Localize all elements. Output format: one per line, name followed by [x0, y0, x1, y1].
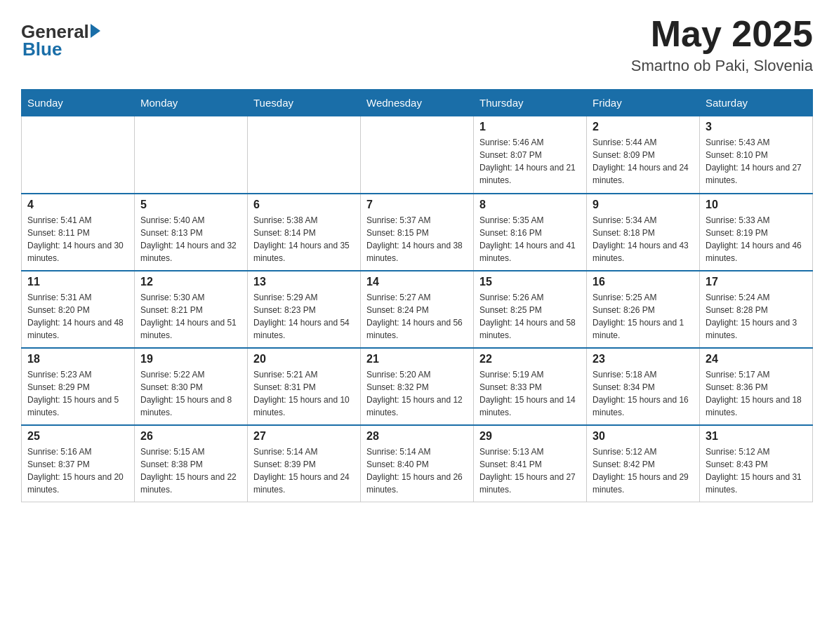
calendar-cell: 20Sunrise: 5:21 AM Sunset: 8:31 PM Dayli…	[248, 348, 361, 425]
day-info: Sunrise: 5:26 AM Sunset: 8:25 PM Dayligh…	[479, 291, 581, 342]
calendar-cell: 7Sunrise: 5:37 AM Sunset: 8:15 PM Daylig…	[361, 194, 474, 271]
calendar-cell: 6Sunrise: 5:38 AM Sunset: 8:14 PM Daylig…	[248, 194, 361, 271]
column-header-sunday: Sunday	[22, 90, 135, 116]
day-info: Sunrise: 5:19 AM Sunset: 8:33 PM Dayligh…	[479, 368, 581, 419]
day-info: Sunrise: 5:21 AM Sunset: 8:31 PM Dayligh…	[253, 368, 355, 419]
day-info: Sunrise: 5:44 AM Sunset: 8:09 PM Dayligh…	[593, 136, 694, 187]
day-info: Sunrise: 5:14 AM Sunset: 8:39 PM Dayligh…	[253, 445, 355, 496]
calendar-header-row: SundayMondayTuesdayWednesdayThursdayFrid…	[22, 90, 813, 116]
day-number: 28	[366, 430, 468, 443]
column-header-monday: Monday	[135, 90, 248, 116]
calendar-week-row: 18Sunrise: 5:23 AM Sunset: 8:29 PM Dayli…	[22, 348, 813, 425]
day-number: 18	[27, 353, 128, 365]
day-info: Sunrise: 5:35 AM Sunset: 8:16 PM Dayligh…	[479, 214, 581, 264]
calendar-cell: 27Sunrise: 5:14 AM Sunset: 8:39 PM Dayli…	[248, 425, 361, 502]
calendar-cell	[361, 116, 474, 194]
day-info: Sunrise: 5:13 AM Sunset: 8:41 PM Dayligh…	[479, 445, 581, 496]
day-info: Sunrise: 5:46 AM Sunset: 8:07 PM Dayligh…	[479, 136, 581, 187]
day-number: 7	[366, 199, 468, 211]
day-number: 9	[593, 199, 694, 211]
day-number: 1	[479, 121, 581, 133]
day-info: Sunrise: 5:29 AM Sunset: 8:23 PM Dayligh…	[253, 291, 355, 342]
calendar-cell: 2Sunrise: 5:44 AM Sunset: 8:09 PM Daylig…	[587, 116, 700, 194]
day-info: Sunrise: 5:33 AM Sunset: 8:19 PM Dayligh…	[706, 214, 807, 264]
calendar-cell: 30Sunrise: 5:12 AM Sunset: 8:42 PM Dayli…	[587, 425, 700, 502]
logo: General Blue	[21, 21, 100, 60]
day-number: 13	[253, 276, 355, 288]
calendar-cell: 28Sunrise: 5:14 AM Sunset: 8:40 PM Dayli…	[361, 425, 474, 502]
calendar-week-row: 25Sunrise: 5:16 AM Sunset: 8:37 PM Dayli…	[22, 425, 813, 502]
day-number: 12	[140, 276, 241, 288]
calendar-cell: 25Sunrise: 5:16 AM Sunset: 8:37 PM Dayli…	[22, 425, 135, 502]
day-number: 25	[27, 430, 128, 443]
day-number: 31	[706, 430, 807, 443]
day-number: 17	[706, 276, 807, 288]
day-number: 14	[366, 276, 468, 288]
calendar-week-row: 11Sunrise: 5:31 AM Sunset: 8:20 PM Dayli…	[22, 271, 813, 348]
day-number: 21	[366, 353, 468, 365]
day-number: 2	[593, 121, 694, 133]
calendar-cell: 16Sunrise: 5:25 AM Sunset: 8:26 PM Dayli…	[587, 271, 700, 348]
day-number: 24	[706, 353, 807, 365]
day-number: 22	[479, 353, 581, 365]
day-info: Sunrise: 5:41 AM Sunset: 8:11 PM Dayligh…	[27, 214, 128, 264]
calendar-cell: 24Sunrise: 5:17 AM Sunset: 8:36 PM Dayli…	[700, 348, 813, 425]
day-info: Sunrise: 5:40 AM Sunset: 8:13 PM Dayligh…	[140, 214, 241, 264]
calendar-cell	[22, 116, 135, 194]
day-info: Sunrise: 5:12 AM Sunset: 8:42 PM Dayligh…	[593, 445, 694, 496]
column-header-thursday: Thursday	[474, 90, 587, 116]
day-number: 11	[27, 276, 128, 288]
calendar-cell: 10Sunrise: 5:33 AM Sunset: 8:19 PM Dayli…	[700, 194, 813, 271]
logo-text-container: General Blue	[21, 21, 100, 60]
calendar-cell: 14Sunrise: 5:27 AM Sunset: 8:24 PM Dayli…	[361, 271, 474, 348]
calendar-cell: 21Sunrise: 5:20 AM Sunset: 8:32 PM Dayli…	[361, 348, 474, 425]
calendar-cell: 29Sunrise: 5:13 AM Sunset: 8:41 PM Dayli…	[474, 425, 587, 502]
day-info: Sunrise: 5:38 AM Sunset: 8:14 PM Dayligh…	[253, 214, 355, 264]
day-number: 8	[479, 199, 581, 211]
calendar-table: SundayMondayTuesdayWednesdayThursdayFrid…	[21, 89, 813, 502]
column-header-saturday: Saturday	[700, 90, 813, 116]
calendar-cell: 3Sunrise: 5:43 AM Sunset: 8:10 PM Daylig…	[700, 116, 813, 194]
day-number: 3	[706, 121, 807, 133]
logo-arrow-icon	[91, 24, 100, 38]
day-info: Sunrise: 5:12 AM Sunset: 8:43 PM Dayligh…	[706, 445, 807, 496]
day-number: 5	[140, 199, 241, 211]
day-number: 20	[253, 353, 355, 365]
calendar-cell: 4Sunrise: 5:41 AM Sunset: 8:11 PM Daylig…	[22, 194, 135, 271]
calendar-cell: 22Sunrise: 5:19 AM Sunset: 8:33 PM Dayli…	[474, 348, 587, 425]
day-info: Sunrise: 5:30 AM Sunset: 8:21 PM Dayligh…	[140, 291, 241, 342]
day-info: Sunrise: 5:17 AM Sunset: 8:36 PM Dayligh…	[706, 368, 807, 419]
calendar-cell: 5Sunrise: 5:40 AM Sunset: 8:13 PM Daylig…	[135, 194, 248, 271]
day-number: 16	[593, 276, 694, 288]
calendar-cell: 13Sunrise: 5:29 AM Sunset: 8:23 PM Dayli…	[248, 271, 361, 348]
day-info: Sunrise: 5:27 AM Sunset: 8:24 PM Dayligh…	[366, 291, 468, 342]
calendar-cell: 9Sunrise: 5:34 AM Sunset: 8:18 PM Daylig…	[587, 194, 700, 271]
day-info: Sunrise: 5:22 AM Sunset: 8:30 PM Dayligh…	[140, 368, 241, 419]
day-number: 10	[706, 199, 807, 211]
calendar-cell: 18Sunrise: 5:23 AM Sunset: 8:29 PM Dayli…	[22, 348, 135, 425]
day-number: 29	[479, 430, 581, 443]
calendar-cell	[248, 116, 361, 194]
calendar-cell: 23Sunrise: 5:18 AM Sunset: 8:34 PM Dayli…	[587, 348, 700, 425]
day-info: Sunrise: 5:24 AM Sunset: 8:28 PM Dayligh…	[706, 291, 807, 342]
calendar-week-row: 4Sunrise: 5:41 AM Sunset: 8:11 PM Daylig…	[22, 194, 813, 271]
calendar-title: May 2025	[631, 14, 813, 54]
day-info: Sunrise: 5:25 AM Sunset: 8:26 PM Dayligh…	[593, 291, 694, 342]
day-info: Sunrise: 5:18 AM Sunset: 8:34 PM Dayligh…	[593, 368, 694, 419]
day-number: 19	[140, 353, 241, 365]
calendar-cell: 15Sunrise: 5:26 AM Sunset: 8:25 PM Dayli…	[474, 271, 587, 348]
calendar-cell: 17Sunrise: 5:24 AM Sunset: 8:28 PM Dayli…	[700, 271, 813, 348]
page-header: General Blue May 2025 Smartno ob Paki, S…	[21, 14, 813, 75]
column-header-friday: Friday	[587, 90, 700, 116]
calendar-week-row: 1Sunrise: 5:46 AM Sunset: 8:07 PM Daylig…	[22, 116, 813, 194]
day-info: Sunrise: 5:23 AM Sunset: 8:29 PM Dayligh…	[27, 368, 128, 419]
calendar-cell	[135, 116, 248, 194]
day-info: Sunrise: 5:14 AM Sunset: 8:40 PM Dayligh…	[366, 445, 468, 496]
day-info: Sunrise: 5:20 AM Sunset: 8:32 PM Dayligh…	[366, 368, 468, 419]
day-info: Sunrise: 5:37 AM Sunset: 8:15 PM Dayligh…	[366, 214, 468, 264]
logo-blue-text: Blue	[22, 39, 100, 60]
day-info: Sunrise: 5:31 AM Sunset: 8:20 PM Dayligh…	[27, 291, 128, 342]
day-number: 27	[253, 430, 355, 443]
day-info: Sunrise: 5:16 AM Sunset: 8:37 PM Dayligh…	[27, 445, 128, 496]
calendar-cell: 31Sunrise: 5:12 AM Sunset: 8:43 PM Dayli…	[700, 425, 813, 502]
